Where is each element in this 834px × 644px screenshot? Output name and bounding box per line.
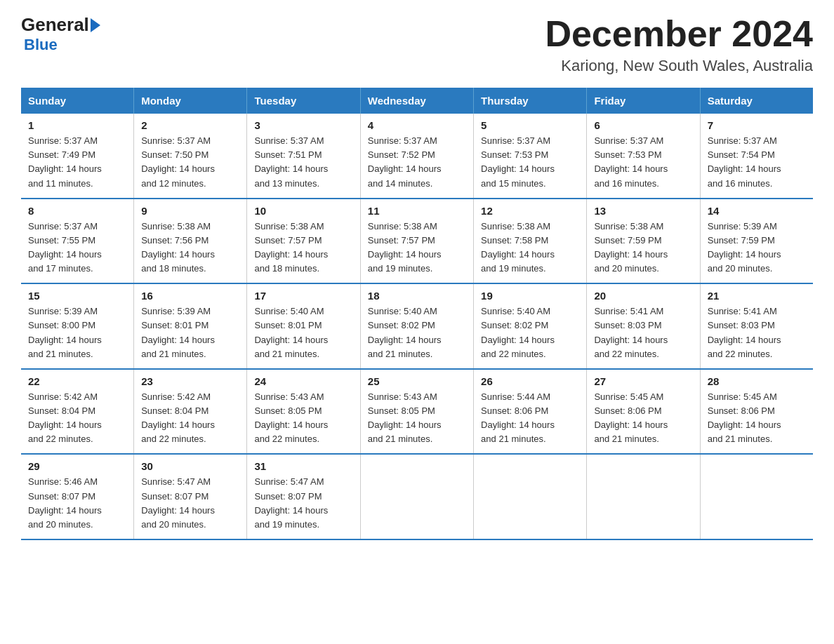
page-header: General Blue December 2024 Kariong, New … <box>21 14 813 75</box>
calendar-cell: 16 Sunrise: 5:39 AM Sunset: 8:01 PM Dayl… <box>134 283 247 369</box>
day-info: Sunrise: 5:43 AM Sunset: 8:05 PM Dayligh… <box>368 390 466 447</box>
day-info: Sunrise: 5:38 AM Sunset: 7:57 PM Dayligh… <box>254 220 352 276</box>
calendar-cell: 3 Sunrise: 5:37 AM Sunset: 7:51 PM Dayli… <box>247 114 360 199</box>
weekday-header-saturday: Saturday <box>700 88 813 114</box>
subtitle: Kariong, New South Wales, Australia <box>545 57 813 75</box>
calendar-cell: 14 Sunrise: 5:39 AM Sunset: 7:59 PM Dayl… <box>700 199 813 284</box>
calendar-cell <box>700 454 813 539</box>
day-number: 24 <box>254 375 352 387</box>
day-number: 2 <box>141 119 239 131</box>
day-number: 15 <box>28 290 126 302</box>
day-info: Sunrise: 5:37 AM Sunset: 7:53 PM Dayligh… <box>481 134 579 191</box>
calendar-cell: 26 Sunrise: 5:44 AM Sunset: 8:06 PM Dayl… <box>474 369 587 455</box>
day-number: 17 <box>254 290 352 302</box>
weekday-header-tuesday: Tuesday <box>247 88 360 114</box>
day-number: 11 <box>368 205 466 217</box>
day-number: 14 <box>708 205 806 217</box>
day-info: Sunrise: 5:47 AM Sunset: 8:07 PM Dayligh… <box>141 475 239 532</box>
day-info: Sunrise: 5:37 AM Sunset: 7:53 PM Dayligh… <box>594 134 692 191</box>
calendar-table: SundayMondayTuesdayWednesdayThursdayFrid… <box>21 88 813 540</box>
day-number: 5 <box>481 119 579 131</box>
calendar-cell: 9 Sunrise: 5:38 AM Sunset: 7:56 PM Dayli… <box>134 199 247 284</box>
calendar-cell: 31 Sunrise: 5:47 AM Sunset: 8:07 PM Dayl… <box>247 454 360 539</box>
logo-arrow-icon <box>91 18 100 32</box>
day-info: Sunrise: 5:38 AM Sunset: 7:56 PM Dayligh… <box>141 220 239 276</box>
day-number: 22 <box>28 375 126 387</box>
day-info: Sunrise: 5:40 AM Sunset: 8:02 PM Dayligh… <box>368 304 466 361</box>
day-info: Sunrise: 5:44 AM Sunset: 8:06 PM Dayligh… <box>481 390 579 447</box>
day-number: 13 <box>594 205 692 217</box>
calendar-cell <box>587 454 700 539</box>
weekday-header-thursday: Thursday <box>474 88 587 114</box>
day-info: Sunrise: 5:37 AM Sunset: 7:52 PM Dayligh… <box>368 134 466 191</box>
day-number: 4 <box>368 119 466 131</box>
calendar-cell: 21 Sunrise: 5:41 AM Sunset: 8:03 PM Dayl… <box>700 283 813 369</box>
calendar-cell: 30 Sunrise: 5:47 AM Sunset: 8:07 PM Dayl… <box>134 454 247 539</box>
day-number: 27 <box>594 375 692 387</box>
day-info: Sunrise: 5:39 AM Sunset: 8:00 PM Dayligh… <box>28 304 126 361</box>
logo: General Blue <box>21 14 102 54</box>
day-number: 26 <box>481 375 579 387</box>
day-number: 31 <box>254 460 352 472</box>
day-number: 20 <box>594 290 692 302</box>
calendar-cell: 27 Sunrise: 5:45 AM Sunset: 8:06 PM Dayl… <box>587 369 700 455</box>
calendar-cell: 15 Sunrise: 5:39 AM Sunset: 8:00 PM Dayl… <box>21 283 134 369</box>
day-info: Sunrise: 5:37 AM Sunset: 7:49 PM Dayligh… <box>28 134 126 191</box>
day-number: 28 <box>708 375 806 387</box>
day-number: 25 <box>368 375 466 387</box>
calendar-cell: 28 Sunrise: 5:45 AM Sunset: 8:06 PM Dayl… <box>700 369 813 455</box>
day-number: 30 <box>141 460 239 472</box>
day-info: Sunrise: 5:45 AM Sunset: 8:06 PM Dayligh… <box>708 390 806 447</box>
day-number: 7 <box>708 119 806 131</box>
weekday-header-monday: Monday <box>134 88 247 114</box>
calendar-cell: 6 Sunrise: 5:37 AM Sunset: 7:53 PM Dayli… <box>587 114 700 199</box>
day-info: Sunrise: 5:40 AM Sunset: 8:01 PM Dayligh… <box>254 304 352 361</box>
weekday-header-row: SundayMondayTuesdayWednesdayThursdayFrid… <box>21 88 813 114</box>
day-info: Sunrise: 5:41 AM Sunset: 8:03 PM Dayligh… <box>708 304 806 361</box>
day-info: Sunrise: 5:46 AM Sunset: 8:07 PM Dayligh… <box>28 475 126 532</box>
weekday-header-wednesday: Wednesday <box>360 88 473 114</box>
calendar-cell: 8 Sunrise: 5:37 AM Sunset: 7:55 PM Dayli… <box>21 199 134 284</box>
day-number: 8 <box>28 205 126 217</box>
calendar-cell: 25 Sunrise: 5:43 AM Sunset: 8:05 PM Dayl… <box>360 369 473 455</box>
calendar-cell: 5 Sunrise: 5:37 AM Sunset: 7:53 PM Dayli… <box>474 114 587 199</box>
day-info: Sunrise: 5:42 AM Sunset: 8:04 PM Dayligh… <box>141 390 239 447</box>
day-info: Sunrise: 5:37 AM Sunset: 7:54 PM Dayligh… <box>708 134 806 191</box>
weekday-header-friday: Friday <box>587 88 700 114</box>
day-number: 3 <box>254 119 352 131</box>
day-number: 21 <box>708 290 806 302</box>
weekday-header-sunday: Sunday <box>21 88 134 114</box>
calendar-cell: 2 Sunrise: 5:37 AM Sunset: 7:50 PM Dayli… <box>134 114 247 199</box>
calendar-cell: 17 Sunrise: 5:40 AM Sunset: 8:01 PM Dayl… <box>247 283 360 369</box>
calendar-cell: 24 Sunrise: 5:43 AM Sunset: 8:05 PM Dayl… <box>247 369 360 455</box>
day-number: 18 <box>368 290 466 302</box>
day-number: 29 <box>28 460 126 472</box>
title-section: December 2024 Kariong, New South Wales, … <box>545 14 813 75</box>
week-row-1: 1 Sunrise: 5:37 AM Sunset: 7:49 PM Dayli… <box>21 114 813 199</box>
day-info: Sunrise: 5:38 AM Sunset: 7:58 PM Dayligh… <box>481 220 579 276</box>
calendar-cell <box>474 454 587 539</box>
calendar-cell: 22 Sunrise: 5:42 AM Sunset: 8:04 PM Dayl… <box>21 369 134 455</box>
day-number: 12 <box>481 205 579 217</box>
calendar-cell <box>360 454 473 539</box>
day-info: Sunrise: 5:47 AM Sunset: 8:07 PM Dayligh… <box>254 475 352 532</box>
day-info: Sunrise: 5:38 AM Sunset: 7:59 PM Dayligh… <box>594 220 692 276</box>
day-info: Sunrise: 5:43 AM Sunset: 8:05 PM Dayligh… <box>254 390 352 447</box>
logo-blue-text: Blue <box>24 36 58 54</box>
calendar-cell: 23 Sunrise: 5:42 AM Sunset: 8:04 PM Dayl… <box>134 369 247 455</box>
day-number: 6 <box>594 119 692 131</box>
calendar-cell: 18 Sunrise: 5:40 AM Sunset: 8:02 PM Dayl… <box>360 283 473 369</box>
week-row-2: 8 Sunrise: 5:37 AM Sunset: 7:55 PM Dayli… <box>21 199 813 284</box>
day-number: 9 <box>141 205 239 217</box>
calendar-cell: 29 Sunrise: 5:46 AM Sunset: 8:07 PM Dayl… <box>21 454 134 539</box>
day-number: 1 <box>28 119 126 131</box>
week-row-4: 22 Sunrise: 5:42 AM Sunset: 8:04 PM Dayl… <box>21 369 813 455</box>
day-info: Sunrise: 5:39 AM Sunset: 8:01 PM Dayligh… <box>141 304 239 361</box>
day-info: Sunrise: 5:37 AM Sunset: 7:51 PM Dayligh… <box>254 134 352 191</box>
week-row-5: 29 Sunrise: 5:46 AM Sunset: 8:07 PM Dayl… <box>21 454 813 539</box>
calendar-cell: 19 Sunrise: 5:40 AM Sunset: 8:02 PM Dayl… <box>474 283 587 369</box>
main-title: December 2024 <box>545 14 813 54</box>
calendar-cell: 13 Sunrise: 5:38 AM Sunset: 7:59 PM Dayl… <box>587 199 700 284</box>
day-number: 23 <box>141 375 239 387</box>
calendar-cell: 20 Sunrise: 5:41 AM Sunset: 8:03 PM Dayl… <box>587 283 700 369</box>
